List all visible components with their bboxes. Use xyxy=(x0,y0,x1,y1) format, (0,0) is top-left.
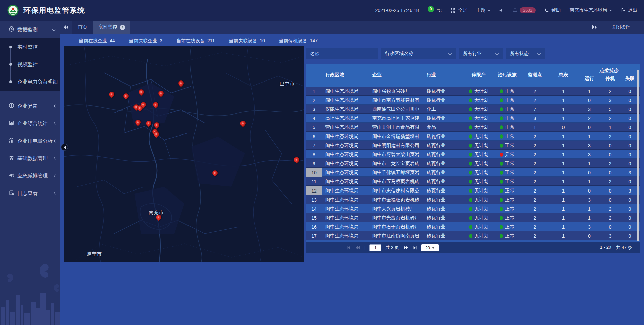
cell-run: 1 xyxy=(578,213,601,222)
previous-page-button[interactable] xyxy=(355,245,360,250)
status-dot-green xyxy=(500,107,503,111)
tab-realtime-monitoring[interactable]: 实时监控 ✕ xyxy=(93,21,130,34)
sidebar-item-emergency-reduction[interactable]: 应急减排管理 xyxy=(0,167,60,184)
status-dot-green xyxy=(500,207,503,211)
map-panel[interactable]: 巴中市南充市遂宁市 xyxy=(64,46,304,262)
table-row[interactable]: 7 阆中生态环境局 阆中明阳建材有限公司 砖瓦行业 无计划 正常 2 1 3 0… xyxy=(306,141,640,150)
table-scrollbar[interactable] xyxy=(637,70,639,241)
table-row[interactable]: 15 阆中生态环境局 阆中市光富页岩机砖厂 砖瓦行业 无计划 正常 2 1 1 … xyxy=(306,213,640,222)
table-row[interactable]: 11 阆中生态环境局 阆中市五马桥页岩机砖 砖瓦行业 无计划 正常 2 1 1 … xyxy=(306,177,640,186)
chevron-down-icon xyxy=(495,51,499,56)
cell-facility: 正常 xyxy=(494,132,521,141)
row-number: 9 xyxy=(313,161,315,166)
page-size-select[interactable]: 20 xyxy=(421,244,439,251)
status-dot-green xyxy=(500,171,503,175)
table-row[interactable]: 16 阆中生态环境局 阆中市石子页岩机砖厂 砖瓦行业 无计划 正常 2 1 3 … xyxy=(306,222,640,231)
industry-select[interactable]: 所有行业 xyxy=(459,48,503,59)
cell-stop: 0 xyxy=(601,168,620,177)
table-row[interactable]: 12 阆中生态环境局 阆中市忠信建材有限公 砖瓦行业 无计划 正常 2 1 0 … xyxy=(306,186,640,195)
last-page-button[interactable] xyxy=(413,245,417,250)
sidebar-item-power-usage-analysis[interactable]: 企业用电量分析 xyxy=(0,132,60,150)
status-dot-green xyxy=(500,198,503,202)
table-row[interactable]: 14 阆中生态环境局 阆中大兴页岩机砖厂 砖瓦行业 无计划 正常 2 1 1 2… xyxy=(306,204,640,213)
col-run: 运行 xyxy=(578,74,601,87)
close-operations-menu[interactable]: 关闭操作 xyxy=(612,24,630,30)
table-row[interactable]: 5 营山生态环境局 营山县润丰肉食品有限 食品 无计划 正常 1 0 0 1 0 xyxy=(306,123,640,132)
region-select[interactable]: 行政区域名称 xyxy=(381,48,456,59)
cell-limit: 无计划 xyxy=(464,168,494,177)
status-dot-green xyxy=(469,98,472,102)
cell-stop: 2 xyxy=(601,114,620,123)
cell-limit: 无计划 xyxy=(464,177,494,186)
cell-facility: 正常 xyxy=(494,105,521,114)
table-row[interactable]: 4 高坪生态环境局 南充市高坪区王家店建 砖瓦行业 无计划 正常 3 1 2 2… xyxy=(306,114,640,123)
sidebar-subitem-realtime-monitoring[interactable]: 实时监控 xyxy=(0,38,60,56)
status-dot-green xyxy=(500,189,503,193)
row-number: 11 xyxy=(312,179,317,184)
notifications-button[interactable]: 2632 xyxy=(513,7,536,13)
cell-region: 阆中生态环境局 xyxy=(322,222,369,231)
mute-button[interactable] xyxy=(499,8,504,13)
table-row[interactable]: 8 阆中生态环境局 阆中市枣碧大梁山页岩 砖瓦行业 无计划 异常 2 1 3 0… xyxy=(306,150,640,159)
row-number: 7 xyxy=(313,143,315,148)
table-row[interactable]: 1 阆中生态环境局 阆中强锐页岩砖厂 砖瓦行业 无计划 正常 2 1 1 2 0 xyxy=(306,87,640,96)
sidebar-item-log-view[interactable]: 日志查看 xyxy=(0,184,60,202)
cell-meters: 1 xyxy=(549,213,578,222)
cell-points: 1 xyxy=(521,123,549,132)
cell-industry: 砖瓦行业 xyxy=(423,222,464,231)
cell-region: 阆中生态环境局 xyxy=(322,213,369,222)
status-dot-red xyxy=(500,153,503,157)
cell-company: 阆中千佛镇五郎垭页岩 xyxy=(369,168,423,177)
sidebar-subitem-power-load-detail[interactable]: 企业电力负荷明细 xyxy=(0,73,60,91)
tab-home[interactable]: 首页 xyxy=(72,21,93,34)
status-dot-green xyxy=(469,234,472,238)
cell-region: 营山生态环境局 xyxy=(322,123,369,132)
page-number-input[interactable] xyxy=(369,244,381,251)
cell-facility: 正常 xyxy=(494,186,521,195)
theme-dropdown[interactable]: 主题 xyxy=(476,7,490,13)
sidebar-item-company-abnormal[interactable]: 企业异常 xyxy=(0,97,60,115)
sidebar-item-data-monitoring[interactable]: 数据监测 xyxy=(0,21,60,38)
table-row[interactable]: 9 阆中生态环境局 阆中市二龙长宝页岩砖 砖瓦行业 无计划 正常 2 1 1 2… xyxy=(306,159,640,168)
cell-run: 1 xyxy=(578,159,601,168)
logout-button[interactable]: 退出 xyxy=(621,7,637,13)
next-page-button[interactable] xyxy=(403,245,409,250)
city-label: 南充市 xyxy=(149,209,164,216)
cell-run: 3 xyxy=(578,105,601,114)
tab-close-icon[interactable]: ✕ xyxy=(120,25,125,30)
cell-region: 阆中生态环境局 xyxy=(322,87,369,96)
row-number: 8 xyxy=(313,152,315,157)
cell-stop: 0 xyxy=(601,186,620,195)
name-search-input[interactable] xyxy=(306,48,378,59)
table-row[interactable]: 17 阆中生态环境局 阆中市江南镇阆南页岩 砖瓦行业 无计划 正常 2 1 0 … xyxy=(306,231,640,240)
table-panel: 行政区域名称 所有行业 所有状态 行 xyxy=(306,46,640,253)
cell-limit: 无计划 xyxy=(464,114,494,123)
table-row[interactable]: 10 阆中生态环境局 阆中千佛镇五郎垭页岩 砖瓦行业 无计划 正常 2 1 0 … xyxy=(306,168,640,177)
first-page-button[interactable] xyxy=(346,245,351,250)
sidebar-item-label: 企业综合统计 xyxy=(17,120,48,127)
cell-meters: 1 xyxy=(549,96,578,105)
cell-company: 阆中市光富页岩机砖厂 xyxy=(369,213,423,222)
table-row[interactable]: 6 阆中生态环境局 阆中市金博瑞新型墙材 砖瓦行业 无计划 正常 2 1 1 2… xyxy=(306,132,640,141)
sidebar-item-label: 企业用电量分析 xyxy=(17,138,53,144)
sidebar-item-basic-data-management[interactable]: 基础数据管理 xyxy=(0,150,60,167)
table-body: 1 阆中生态环境局 阆中强锐页岩砖厂 砖瓦行业 无计划 正常 2 1 1 2 0… xyxy=(306,87,640,250)
tabs-scroll-left-button[interactable] xyxy=(60,21,72,34)
sidebar-item-company-statistics[interactable]: 企业综合统计 xyxy=(0,115,60,132)
cell-points: 2 xyxy=(521,159,549,168)
sidebar-subitem-video-monitoring[interactable]: 视频监控 xyxy=(0,56,60,73)
fullscreen-button[interactable]: 全屏 xyxy=(450,7,467,13)
organization-dropdown[interactable]: 南充市生态环境局 xyxy=(570,7,612,13)
table-row[interactable]: 13 阆中生态环境局 阆中市金福旺页岩机砖 砖瓦行业 无计划 正常 2 1 3 … xyxy=(306,195,640,204)
map-collapse-toggle[interactable] xyxy=(61,144,68,151)
table-row[interactable]: 3 仪陇生态环境局 西南油气田分公司川中 化工 无计划 正常 7 1 3 5 0 xyxy=(306,105,640,114)
cell-run: 3 xyxy=(578,150,601,159)
cell-stop: 2 xyxy=(601,204,620,213)
cell-region: 阆中生态环境局 xyxy=(322,195,369,204)
help-button[interactable]: 帮助 xyxy=(544,7,561,13)
tabs-scroll-right-button[interactable] xyxy=(588,25,600,29)
table-row[interactable]: 2 阆中生态环境局 阆中市南方节能建材有 砖瓦行业 无计划 正常 2 1 0 3… xyxy=(306,96,640,105)
sidebar-subitem-label: 企业电力负荷明细 xyxy=(17,79,58,85)
row-number: 3 xyxy=(313,107,315,112)
status-select[interactable]: 所有状态 xyxy=(506,48,545,59)
